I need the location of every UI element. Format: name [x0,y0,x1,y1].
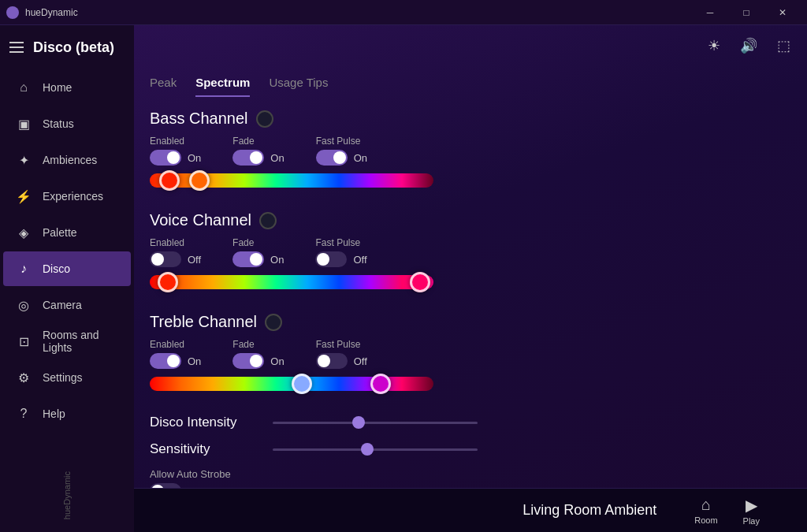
thumb1-treble[interactable] [292,374,312,394]
sidebar-item-experiences[interactable]: ⚡ Experiences [3,179,131,214]
play-button[interactable]: ▶ Play [743,496,760,526]
sidebar-item-camera[interactable]: ◎ Camera [3,288,131,322]
fade-value-bass: On [270,152,284,164]
sensitivity-thumb[interactable] [361,443,374,456]
channel-dot-treble [265,314,282,331]
thumb2-voice[interactable] [410,272,430,292]
disco-intensity-track[interactable] [273,422,478,424]
fastpulse-label-bass: Fast Pulse [316,136,367,147]
enabled-group-voice: Enabled Off [150,237,201,267]
room-icon: ⌂ [701,496,711,514]
enabled-control-voice: Off [150,251,201,267]
toggle[interactable] [150,353,181,369]
auto-strobe-label: Allow Auto Strobe [150,468,788,480]
fade-control-bass: On [232,150,284,166]
toggle[interactable] [315,251,347,267]
channel-header-bass: Bass Channel [150,110,788,128]
sidebar-item-ambiences[interactable]: ✦ Ambiences [3,143,131,177]
toggle-thumb [151,253,164,266]
header-icons: ☀ 🔊 ⬚ [690,25,807,66]
color-slider-bass[interactable] [150,173,788,195]
bottom-bar: Living Room Ambient ⌂ Room ▶ Play [134,488,807,532]
sidebar-item-palette[interactable]: ◈ Palette [3,215,131,250]
toggle-thumb [333,151,346,164]
fade-group-bass: Fade On [232,136,284,166]
sidebar-nav: ⌂ Home ▣ Status ✦ Ambiences ⚡ Experience… [0,69,134,459]
fastpulse-group-treble: Fast Pulse Off [316,339,367,369]
thumb2-treble[interactable] [370,374,391,394]
fade-group-voice: Fade On [232,237,284,267]
toggle[interactable] [316,150,348,166]
channel-dot-bass [256,110,273,128]
room-button[interactable]: ⌂ Room [694,496,717,525]
toggle[interactable] [150,150,181,166]
sensitivity-track[interactable] [273,448,478,451]
channel-dot-voice [259,212,277,229]
play-icon: ▶ [746,496,757,515]
app-layout: Disco (beta) ⌂ Home ▣ Status ✦ Ambiences… [0,25,807,532]
nav-label-experiences: Experiences [43,190,103,203]
channel-treble: Treble Channel Enabled On Fade [150,313,788,399]
thumb1-bass[interactable] [159,170,180,191]
scroll-area: Bass Channel Enabled On Fade [134,97,807,488]
nav-label-palette: Palette [43,226,77,239]
nav-icon-home: ⌂ [16,80,32,95]
nav-icon-settings: ⚙ [16,370,32,385]
thumb2-bass[interactable] [189,170,210,191]
titlebar: hueDynamic ─ □ ✕ [0,0,807,25]
tab-peak[interactable]: Peak [150,76,177,97]
sidebar: Disco (beta) ⌂ Home ▣ Status ✦ Ambiences… [0,25,134,532]
enabled-label-treble: Enabled [150,339,201,350]
sidebar-item-help[interactable]: ? Help [3,396,131,431]
sidebar-item-settings[interactable]: ⚙ Settings [3,360,131,395]
channel-header-treble: Treble Channel [150,313,788,331]
sidebar-item-disco[interactable]: ♪ Disco [3,251,131,286]
color-slider-treble[interactable] [150,377,788,399]
color-track-bass [150,173,433,188]
toggle[interactable] [232,150,264,166]
minimize-button[interactable]: ─ [692,0,728,25]
sidebar-item-home[interactable]: ⌂ Home [3,70,131,105]
screen-icon[interactable]: ⬚ [769,32,798,60]
sidebar-item-status[interactable]: ▣ Status [3,106,131,141]
fastpulse-value-bass: On [354,152,367,164]
fastpulse-label-treble: Fast Pulse [316,339,367,350]
brightness-icon[interactable]: ☀ [700,32,728,60]
channel-voice: Voice Channel Enabled Off Fade [150,211,788,297]
color-slider-voice[interactable] [150,275,788,297]
close-button[interactable]: ✕ [764,0,801,25]
maximize-button[interactable]: □ [728,0,764,25]
channel-bass: Bass Channel Enabled On Fade [150,110,788,195]
toggle[interactable] [150,251,181,267]
auto-strobe-section: Allow Auto Strobe Off [150,468,788,488]
color-track-treble [150,377,433,391]
fade-label-bass: Fade [232,136,284,147]
disco-intensity-thumb[interactable] [352,416,365,429]
tab-tips[interactable]: Usage Tips [269,76,328,97]
toggle-thumb [250,355,262,367]
toggle-thumb [250,253,262,266]
auto-strobe-toggle[interactable] [150,483,181,488]
nav-label-help: Help [43,407,65,420]
toggle[interactable] [232,353,264,369]
sensitivity-section: Sensitivity [150,441,788,457]
tab-spectrum[interactable]: Spectrum [195,76,250,97]
sidebar-item-rooms[interactable]: ⊡ Rooms and Lights [3,324,131,359]
fastpulse-label-voice: Fast Pulse [315,237,366,248]
toggle-thumb [250,151,262,164]
nav-icon-camera: ◎ [16,297,32,313]
sound-icon[interactable]: 🔊 [734,32,763,60]
thumb1-voice[interactable] [158,272,178,292]
toggle[interactable] [232,251,264,267]
toggle-thumb [167,151,180,164]
toggle[interactable] [316,353,348,369]
enabled-value-bass: On [188,152,201,164]
enabled-label-voice: Enabled [150,237,201,248]
tab-bar: PeakSpectrumUsage Tips [134,66,807,97]
fade-control-voice: On [232,251,284,267]
nav-label-disco: Disco [43,262,70,275]
hamburger-menu[interactable] [9,42,24,53]
nav-label-camera: Camera [43,299,82,311]
window-controls: ─ □ ✕ [692,0,801,25]
channel-title-treble: Treble Channel [150,313,257,331]
